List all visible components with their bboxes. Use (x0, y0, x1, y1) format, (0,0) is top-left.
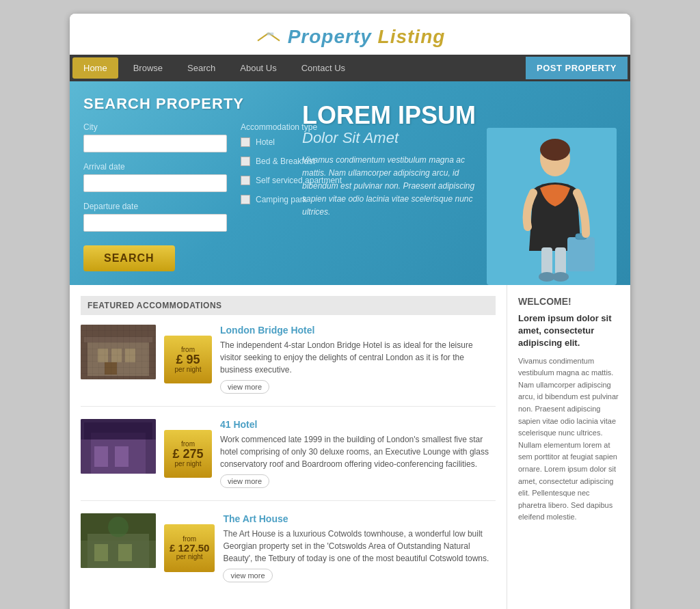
listing-thumb-3 (81, 513, 156, 568)
main-content-area: FEATURED ACCOMMODATIONS (70, 285, 630, 609)
svg-rect-17 (111, 349, 122, 362)
welcome-text: Vivamus condimentum vestibulum magna ac … (518, 355, 619, 524)
view-more-1[interactable]: view more (220, 380, 269, 394)
listing-thumb-1 (81, 325, 156, 379)
roof-icon (255, 31, 282, 43)
welcome-title: WELCOME! (518, 296, 619, 307)
listing-desc-2: Work commenced late 1999 in the building… (220, 433, 496, 470)
hotel-label: Hotel (256, 137, 275, 147)
listing-thumb-2 (81, 419, 156, 474)
site-header: Property Listing (70, 14, 630, 55)
camping-label: Camping park (256, 195, 307, 204)
hero-person-svg (487, 128, 617, 285)
hero-image (487, 128, 617, 285)
svg-rect-16 (98, 349, 108, 362)
price-per-1: per night (175, 366, 202, 373)
svg-rect-7 (541, 247, 552, 275)
site-logo-title: Property Listing (288, 26, 446, 48)
nav-links: Home Browse Search About Us Contact Us (70, 55, 358, 81)
price-per-2: per night (175, 460, 202, 468)
hotel-checkbox[interactable] (241, 137, 250, 147)
price-per-3: per night (176, 553, 203, 560)
nav-item-contact[interactable]: Contact Us (289, 56, 358, 80)
svg-rect-20 (81, 325, 156, 379)
listings-area: FEATURED ACCOMMODATIONS (70, 285, 507, 609)
logo-area: Property Listing (70, 26, 630, 55)
svg-rect-13 (81, 325, 156, 379)
bnb-checkbox[interactable] (241, 157, 250, 166)
welcome-subtitle: Lorem ipsum dolor sit amet, consectetur … (518, 312, 619, 350)
hero-section: SEARCH PROPERTY City Arrival date Depart… (70, 81, 630, 285)
featured-section-title: FEATURED ACCOMMODATIONS (81, 296, 496, 315)
departure-input[interactable] (83, 214, 227, 232)
search-left-column: City Arrival date Departure date SEARCH (83, 122, 227, 271)
hotel-2-image (81, 419, 156, 474)
view-more-3[interactable]: view more (223, 569, 272, 582)
listing-name-1[interactable]: London Bridge Hotel (220, 325, 496, 336)
hero-subheadline: Dolor Sit Amet (302, 129, 480, 147)
hero-body-text: Vivamus condimentum vestibulum magna ac … (302, 154, 480, 219)
price-from-2: from (181, 440, 195, 448)
price-amount-2: £ 275 (172, 448, 203, 460)
listing-info-3: The Art House The Art House is a luxurio… (223, 513, 496, 582)
price-badge-3: from £ 127.50 per night (164, 524, 215, 572)
svg-rect-9 (567, 237, 595, 271)
hotel-3-image (81, 513, 156, 568)
svg-rect-27 (81, 419, 156, 474)
nav-item-about[interactable]: About Us (228, 56, 288, 80)
price-from-1: from (181, 346, 195, 353)
svg-rect-14 (88, 338, 149, 376)
camping-checkbox[interactable] (241, 195, 250, 204)
svg-rect-2 (267, 33, 270, 36)
logo-text-property: Property (288, 26, 378, 47)
svg-point-6 (540, 139, 570, 161)
listing-info-2: 41 Hotel Work commenced late 1999 in the… (220, 419, 496, 488)
price-badge-1: from £ 95 per night (164, 336, 212, 383)
nav-item-home[interactable]: Home (72, 57, 118, 79)
city-input[interactable] (83, 135, 227, 152)
view-more-2[interactable]: view more (220, 474, 269, 488)
hotel-1-image (81, 325, 156, 379)
arrival-label: Arrival date (83, 162, 227, 172)
svg-rect-15 (84, 337, 152, 342)
nav-item-browse[interactable]: Browse (121, 56, 175, 80)
svg-rect-18 (125, 349, 135, 362)
post-property-button[interactable]: POST PROPERTY (526, 57, 628, 79)
city-label: City (83, 122, 227, 132)
listing-desc-1: The independent 4-star London Bridge Hot… (220, 339, 496, 376)
listing-item: from £ 275 per night 41 Hotel Work comme… (81, 419, 496, 501)
page-wrapper: Property Listing Home Browse Search Abou… (70, 14, 630, 609)
price-badge-2: from £ 275 per night (164, 430, 212, 478)
sidebar-area: WELCOME! Lorem ipsum dolor sit amet, con… (507, 285, 630, 609)
main-nav: Home Browse Search About Us Contact Us P… (70, 55, 630, 81)
hero-headline: LOREM IPSUM (302, 102, 480, 129)
logo-icon (255, 31, 282, 43)
price-amount-1: £ 95 (176, 353, 200, 366)
hero-text-right: LOREM IPSUM Dolor Sit Amet Vivamus condi… (302, 102, 480, 219)
listing-item: from £ 95 per night London Bridge Hotel … (81, 325, 496, 407)
svg-rect-19 (105, 362, 117, 375)
listing-info-1: London Bridge Hotel The independent 4-st… (220, 325, 496, 394)
nav-item-search[interactable]: Search (175, 56, 228, 80)
selfservice-checkbox[interactable] (241, 176, 250, 185)
svg-rect-3 (270, 33, 273, 36)
listing-name-3[interactable]: The Art House (223, 513, 496, 524)
departure-label: Departure date (83, 202, 227, 211)
listing-item: from £ 127.50 per night The Art House Th… (81, 513, 496, 595)
search-button[interactable]: SEARCH (83, 245, 175, 271)
listing-desc-3: The Art House is a luxurious Cotwolds to… (223, 528, 496, 565)
svg-rect-8 (555, 247, 566, 275)
svg-rect-34 (81, 513, 156, 568)
listing-name-2[interactable]: 41 Hotel (220, 419, 496, 430)
logo-text-listing: Listing (378, 26, 446, 47)
arrival-input[interactable] (83, 174, 227, 192)
svg-point-12 (552, 272, 569, 282)
price-amount-3: £ 127.50 (170, 543, 209, 553)
